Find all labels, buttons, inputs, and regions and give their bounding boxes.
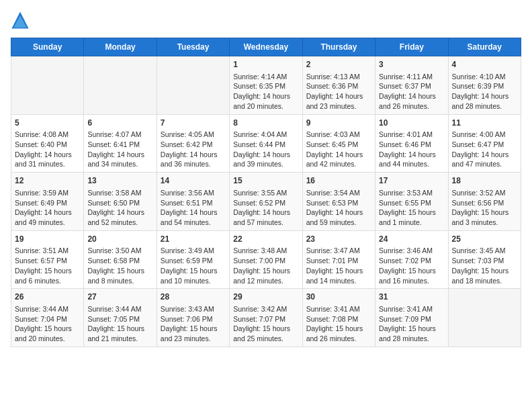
daylight-text: Daylight: 14 hours and 23 minutes. — [306, 92, 363, 110]
sunrise-text: Sunrise: 3:55 AM — [233, 189, 287, 197]
day-number: 18 — [452, 175, 517, 187]
calendar-cell: 31Sunrise: 3:41 AMSunset: 7:09 PMDayligh… — [375, 289, 448, 347]
daylight-text: Daylight: 15 hours and 20 minutes. — [15, 324, 72, 342]
day-number: 29 — [233, 291, 298, 303]
calendar-cell — [11, 56, 84, 115]
calendar-cell — [448, 289, 521, 347]
sunset-text: Sunset: 6:57 PM — [15, 257, 67, 265]
calendar-cell: 30Sunrise: 3:41 AMSunset: 7:08 PMDayligh… — [302, 289, 375, 347]
calendar-cell: 20Sunrise: 3:50 AMSunset: 6:58 PMDayligh… — [84, 230, 157, 289]
sunrise-text: Sunrise: 4:08 AM — [15, 130, 69, 138]
calendar-week-row: 19Sunrise: 3:51 AMSunset: 6:57 PMDayligh… — [11, 230, 521, 289]
sunset-text: Sunset: 6:37 PM — [379, 82, 431, 90]
calendar-header-row: SundayMondayTuesdayWednesdayThursdayFrid… — [11, 38, 521, 56]
sunset-text: Sunset: 7:04 PM — [15, 315, 67, 323]
calendar-cell: 9Sunrise: 4:03 AMSunset: 6:45 PMDaylight… — [302, 114, 375, 173]
calendar-cell: 14Sunrise: 3:56 AMSunset: 6:51 PMDayligh… — [157, 173, 229, 231]
sunrise-text: Sunrise: 3:41 AM — [306, 305, 360, 313]
calendar-cell: 16Sunrise: 3:54 AMSunset: 6:53 PMDayligh… — [302, 173, 375, 231]
sunset-text: Sunset: 7:09 PM — [379, 315, 431, 323]
sunset-text: Sunset: 6:46 PM — [379, 140, 431, 148]
sunset-text: Sunset: 6:49 PM — [15, 199, 67, 207]
day-number: 31 — [379, 291, 444, 303]
calendar-cell: 2Sunrise: 4:13 AMSunset: 6:36 PMDaylight… — [302, 56, 375, 115]
col-header-wednesday: Wednesday — [230, 38, 302, 56]
daylight-text: Daylight: 14 hours and 57 minutes. — [233, 208, 290, 226]
calendar-cell: 13Sunrise: 3:58 AMSunset: 6:50 PMDayligh… — [84, 173, 157, 231]
day-number: 20 — [87, 234, 152, 245]
calendar-cell: 8Sunrise: 4:04 AMSunset: 6:44 PMDaylight… — [230, 114, 302, 173]
daylight-text: Daylight: 14 hours and 28 minutes. — [452, 92, 509, 110]
daylight-text: Daylight: 14 hours and 31 minutes. — [15, 150, 72, 169]
header — [11, 11, 521, 30]
sunrise-text: Sunrise: 4:04 AM — [233, 130, 287, 138]
sunset-text: Sunset: 7:06 PM — [161, 315, 213, 323]
calendar-cell: 10Sunrise: 4:01 AMSunset: 6:46 PMDayligh… — [375, 114, 448, 173]
day-number: 28 — [161, 291, 226, 303]
sunset-text: Sunset: 6:59 PM — [161, 257, 213, 265]
daylight-text: Daylight: 14 hours and 59 minutes. — [306, 208, 363, 226]
sunset-text: Sunset: 7:01 PM — [306, 257, 359, 265]
daylight-text: Daylight: 15 hours and 26 minutes. — [306, 324, 363, 342]
sunrise-text: Sunrise: 3:42 AM — [233, 305, 287, 313]
calendar-cell: 3Sunrise: 4:11 AMSunset: 6:37 PMDaylight… — [375, 56, 448, 115]
sunset-text: Sunset: 6:56 PM — [452, 199, 504, 207]
calendar-cell — [84, 56, 157, 115]
daylight-text: Daylight: 15 hours and 14 minutes. — [306, 267, 363, 285]
day-number: 15 — [233, 175, 298, 187]
daylight-text: Daylight: 14 hours and 47 minutes. — [452, 150, 509, 169]
daylight-text: Daylight: 14 hours and 42 minutes. — [306, 150, 363, 169]
day-number: 3 — [379, 59, 444, 71]
calendar-week-row: 5Sunrise: 4:08 AMSunset: 6:40 PMDaylight… — [11, 114, 521, 173]
daylight-text: Daylight: 14 hours and 54 minutes. — [161, 208, 218, 226]
sunset-text: Sunset: 7:00 PM — [233, 257, 285, 265]
sunset-text: Sunset: 7:05 PM — [87, 315, 140, 323]
day-number: 16 — [306, 175, 371, 187]
day-number: 22 — [233, 234, 298, 245]
sunrise-text: Sunrise: 3:58 AM — [87, 189, 141, 197]
daylight-text: Daylight: 14 hours and 39 minutes. — [233, 150, 290, 169]
calendar-cell: 22Sunrise: 3:48 AMSunset: 7:00 PMDayligh… — [230, 230, 302, 289]
sunrise-text: Sunrise: 4:14 AM — [233, 73, 287, 81]
logo-icon — [11, 11, 30, 30]
daylight-text: Daylight: 14 hours and 52 minutes. — [87, 208, 144, 226]
sunset-text: Sunset: 6:41 PM — [87, 140, 140, 148]
sunset-text: Sunset: 7:02 PM — [379, 257, 431, 265]
sunset-text: Sunset: 6:55 PM — [379, 199, 431, 207]
sunrise-text: Sunrise: 3:47 AM — [306, 246, 360, 255]
calendar-cell: 15Sunrise: 3:55 AMSunset: 6:52 PMDayligh… — [230, 173, 302, 231]
sunrise-text: Sunrise: 4:05 AM — [161, 130, 214, 138]
sunset-text: Sunset: 6:44 PM — [233, 140, 285, 148]
sunrise-text: Sunrise: 3:46 AM — [379, 246, 433, 255]
day-number: 27 — [87, 291, 152, 303]
day-number: 13 — [87, 175, 152, 187]
calendar-week-row: 12Sunrise: 3:59 AMSunset: 6:49 PMDayligh… — [11, 173, 521, 231]
sunrise-text: Sunrise: 3:52 AM — [452, 189, 506, 197]
day-number: 30 — [306, 291, 371, 303]
sunrise-text: Sunrise: 4:00 AM — [452, 130, 506, 138]
sunrise-text: Sunrise: 4:10 AM — [452, 73, 506, 81]
day-number: 4 — [452, 59, 517, 71]
sunset-text: Sunset: 6:39 PM — [452, 82, 504, 90]
sunrise-text: Sunrise: 3:50 AM — [87, 246, 141, 255]
day-number: 21 — [161, 234, 226, 245]
logo — [11, 11, 32, 30]
calendar-cell: 11Sunrise: 4:00 AMSunset: 6:47 PMDayligh… — [448, 114, 521, 173]
daylight-text: Daylight: 15 hours and 18 minutes. — [452, 267, 509, 285]
sunrise-text: Sunrise: 4:13 AM — [306, 73, 360, 81]
calendar-table: SundayMondayTuesdayWednesdayThursdayFrid… — [11, 38, 521, 347]
sunset-text: Sunset: 6:58 PM — [87, 257, 140, 265]
calendar-cell: 19Sunrise: 3:51 AMSunset: 6:57 PMDayligh… — [11, 230, 84, 289]
daylight-text: Daylight: 14 hours and 34 minutes. — [87, 150, 144, 169]
sunrise-text: Sunrise: 4:03 AM — [306, 130, 360, 138]
calendar-cell: 6Sunrise: 4:07 AMSunset: 6:41 PMDaylight… — [84, 114, 157, 173]
daylight-text: Daylight: 15 hours and 12 minutes. — [233, 267, 290, 285]
sunrise-text: Sunrise: 3:54 AM — [306, 189, 360, 197]
sunrise-text: Sunrise: 3:59 AM — [15, 189, 69, 197]
daylight-text: Daylight: 15 hours and 6 minutes. — [15, 267, 72, 285]
calendar-cell: 1Sunrise: 4:14 AMSunset: 6:35 PMDaylight… — [230, 56, 302, 115]
daylight-text: Daylight: 14 hours and 36 minutes. — [161, 150, 218, 169]
sunset-text: Sunset: 6:51 PM — [161, 199, 213, 207]
day-number: 12 — [15, 175, 80, 187]
sunset-text: Sunset: 6:47 PM — [452, 140, 504, 148]
